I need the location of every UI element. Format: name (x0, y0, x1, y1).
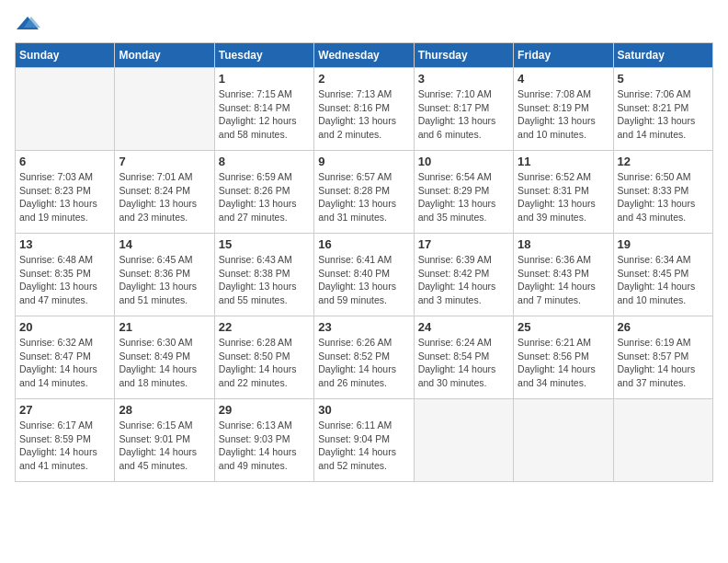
calendar-day-cell: 2Sunrise: 7:13 AMSunset: 8:16 PMDaylight… (314, 68, 414, 151)
day-info: Sunrise: 6:15 AMSunset: 9:01 PMDaylight:… (119, 419, 210, 473)
day-number: 5 (618, 72, 709, 86)
calendar-day-cell: 12Sunrise: 6:50 AMSunset: 8:33 PMDayligh… (613, 151, 712, 234)
day-number: 13 (19, 237, 110, 251)
calendar-day-cell: 15Sunrise: 6:43 AMSunset: 8:38 PMDayligh… (214, 234, 313, 316)
day-number: 23 (318, 320, 409, 334)
calendar-day-cell (414, 399, 513, 482)
day-info: Sunrise: 6:48 AMSunset: 8:35 PMDaylight:… (19, 253, 110, 307)
day-number: 21 (119, 320, 210, 334)
calendar-day-cell: 29Sunrise: 6:13 AMSunset: 9:03 PMDayligh… (214, 399, 313, 482)
weekday-header-friday: Friday (514, 43, 613, 68)
calendar-day-cell: 6Sunrise: 7:03 AMSunset: 8:23 PMDaylight… (16, 151, 115, 234)
calendar-week-row: 20Sunrise: 6:32 AMSunset: 8:47 PMDayligh… (16, 316, 713, 399)
calendar-day-cell: 3Sunrise: 7:10 AMSunset: 8:17 PMDaylight… (414, 68, 513, 151)
day-info: Sunrise: 6:28 AMSunset: 8:50 PMDaylight:… (219, 336, 310, 390)
calendar-week-row: 27Sunrise: 6:17 AMSunset: 8:59 PMDayligh… (16, 399, 713, 482)
day-number: 25 (518, 320, 609, 334)
day-info: Sunrise: 6:59 AMSunset: 8:26 PMDaylight:… (219, 170, 310, 224)
calendar-day-cell: 30Sunrise: 6:11 AMSunset: 9:04 PMDayligh… (314, 399, 414, 482)
calendar-day-cell: 4Sunrise: 7:08 AMSunset: 8:19 PMDaylight… (514, 68, 613, 151)
day-number: 24 (418, 320, 509, 334)
day-number: 14 (119, 237, 210, 251)
day-number: 28 (119, 403, 210, 417)
day-info: Sunrise: 7:06 AMSunset: 8:21 PMDaylight:… (618, 87, 709, 142)
calendar-day-cell (115, 68, 214, 151)
day-info: Sunrise: 6:19 AMSunset: 8:57 PMDaylight:… (618, 336, 709, 390)
day-info: Sunrise: 6:45 AMSunset: 8:36 PMDaylight:… (119, 253, 210, 307)
day-info: Sunrise: 6:34 AMSunset: 8:45 PMDaylight:… (618, 253, 709, 307)
calendar-day-cell: 23Sunrise: 6:26 AMSunset: 8:52 PMDayligh… (314, 316, 414, 399)
day-info: Sunrise: 6:57 AMSunset: 8:28 PMDaylight:… (318, 170, 409, 224)
day-info: Sunrise: 6:21 AMSunset: 8:56 PMDaylight:… (518, 336, 609, 390)
calendar-day-cell: 21Sunrise: 6:30 AMSunset: 8:49 PMDayligh… (115, 316, 214, 399)
day-number: 9 (318, 155, 409, 168)
weekday-header-wednesday: Wednesday (314, 43, 414, 68)
weekday-header-tuesday: Tuesday (214, 43, 313, 68)
calendar-day-cell: 13Sunrise: 6:48 AMSunset: 8:35 PMDayligh… (16, 234, 115, 316)
day-info: Sunrise: 7:15 AMSunset: 8:14 PMDaylight:… (219, 87, 310, 142)
day-number: 30 (318, 403, 409, 417)
logo-icon (15, 15, 40, 33)
calendar-day-cell: 7Sunrise: 7:01 AMSunset: 8:24 PMDaylight… (115, 151, 214, 234)
calendar-day-cell: 8Sunrise: 6:59 AMSunset: 8:26 PMDaylight… (214, 151, 313, 234)
day-number: 16 (318, 237, 409, 251)
day-number: 1 (219, 72, 310, 86)
day-info: Sunrise: 6:52 AMSunset: 8:31 PMDaylight:… (518, 170, 609, 224)
weekday-header-monday: Monday (115, 43, 214, 68)
day-info: Sunrise: 7:13 AMSunset: 8:16 PMDaylight:… (318, 87, 409, 142)
day-info: Sunrise: 6:39 AMSunset: 8:42 PMDaylight:… (418, 253, 509, 307)
day-number: 20 (19, 320, 110, 334)
day-info: Sunrise: 6:41 AMSunset: 8:40 PMDaylight:… (318, 253, 409, 307)
calendar-day-cell (514, 399, 613, 482)
calendar-day-cell: 11Sunrise: 6:52 AMSunset: 8:31 PMDayligh… (514, 151, 613, 234)
day-info: Sunrise: 6:36 AMSunset: 8:43 PMDaylight:… (518, 253, 609, 307)
day-number: 8 (219, 155, 310, 168)
calendar-day-cell: 14Sunrise: 6:45 AMSunset: 8:36 PMDayligh… (115, 234, 214, 316)
calendar-day-cell: 9Sunrise: 6:57 AMSunset: 8:28 PMDaylight… (314, 151, 414, 234)
calendar-week-row: 6Sunrise: 7:03 AMSunset: 8:23 PMDaylight… (16, 151, 713, 234)
day-info: Sunrise: 6:17 AMSunset: 8:59 PMDaylight:… (19, 419, 110, 473)
day-info: Sunrise: 6:13 AMSunset: 9:03 PMDaylight:… (219, 419, 310, 473)
calendar-day-cell: 18Sunrise: 6:36 AMSunset: 8:43 PMDayligh… (514, 234, 613, 316)
calendar-day-cell: 16Sunrise: 6:41 AMSunset: 8:40 PMDayligh… (314, 234, 414, 316)
day-number: 19 (618, 237, 709, 251)
day-number: 3 (418, 72, 509, 86)
day-number: 18 (518, 237, 609, 251)
day-number: 7 (119, 155, 210, 168)
day-info: Sunrise: 7:01 AMSunset: 8:24 PMDaylight:… (119, 170, 210, 224)
weekday-header-sunday: Sunday (16, 43, 115, 68)
day-number: 15 (219, 237, 310, 251)
day-info: Sunrise: 6:32 AMSunset: 8:47 PMDaylight:… (19, 336, 110, 390)
day-info: Sunrise: 7:03 AMSunset: 8:23 PMDaylight:… (19, 170, 110, 224)
calendar-day-cell: 27Sunrise: 6:17 AMSunset: 8:59 PMDayligh… (16, 399, 115, 482)
calendar-day-cell: 28Sunrise: 6:15 AMSunset: 9:01 PMDayligh… (115, 399, 214, 482)
calendar-week-row: 1Sunrise: 7:15 AMSunset: 8:14 PMDaylight… (16, 68, 713, 151)
calendar-day-cell: 25Sunrise: 6:21 AMSunset: 8:56 PMDayligh… (514, 316, 613, 399)
day-info: Sunrise: 7:10 AMSunset: 8:17 PMDaylight:… (418, 87, 509, 142)
day-number: 6 (19, 155, 110, 168)
day-number: 29 (219, 403, 310, 417)
calendar-day-cell: 1Sunrise: 7:15 AMSunset: 8:14 PMDaylight… (214, 68, 313, 151)
calendar-day-cell (16, 68, 115, 151)
day-info: Sunrise: 7:08 AMSunset: 8:19 PMDaylight:… (518, 87, 609, 142)
day-number: 17 (418, 237, 509, 251)
day-info: Sunrise: 6:50 AMSunset: 8:33 PMDaylight:… (618, 170, 709, 224)
day-number: 22 (219, 320, 310, 334)
calendar-day-cell (613, 399, 712, 482)
day-info: Sunrise: 6:54 AMSunset: 8:29 PMDaylight:… (418, 170, 509, 224)
calendar-week-row: 13Sunrise: 6:48 AMSunset: 8:35 PMDayligh… (16, 234, 713, 316)
day-number: 4 (518, 72, 609, 86)
calendar-day-cell: 26Sunrise: 6:19 AMSunset: 8:57 PMDayligh… (613, 316, 712, 399)
weekday-header-saturday: Saturday (613, 43, 712, 68)
weekday-header-thursday: Thursday (414, 43, 513, 68)
day-number: 27 (19, 403, 110, 417)
day-info: Sunrise: 6:30 AMSunset: 8:49 PMDaylight:… (119, 336, 210, 390)
day-number: 12 (618, 155, 709, 168)
calendar-day-cell: 10Sunrise: 6:54 AMSunset: 8:29 PMDayligh… (414, 151, 513, 234)
calendar-day-cell: 17Sunrise: 6:39 AMSunset: 8:42 PMDayligh… (414, 234, 513, 316)
header (15, 15, 713, 33)
day-info: Sunrise: 6:11 AMSunset: 9:04 PMDaylight:… (318, 419, 409, 473)
calendar-day-cell: 19Sunrise: 6:34 AMSunset: 8:45 PMDayligh… (613, 234, 712, 316)
day-number: 2 (318, 72, 409, 86)
day-number: 10 (418, 155, 509, 168)
